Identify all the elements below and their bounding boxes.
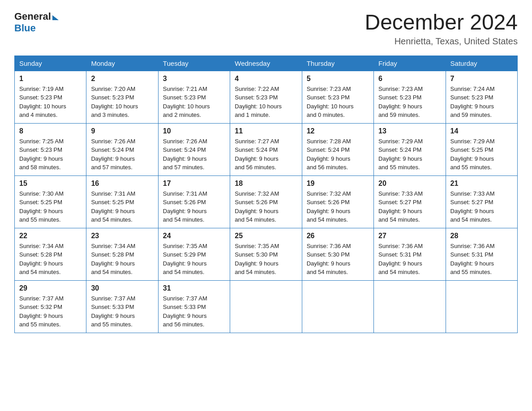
logo: General Blue	[14, 11, 59, 34]
day-info: Sunrise: 7:23 AMSunset: 5:23 PMDaylight:…	[307, 85, 369, 120]
column-header-saturday: Saturday	[446, 56, 517, 71]
day-number: 19	[307, 180, 369, 188]
day-info: Sunrise: 7:25 AMSunset: 5:23 PMDaylight:…	[19, 137, 82, 172]
day-number: 14	[450, 127, 513, 135]
day-info: Sunrise: 7:33 AMSunset: 5:27 PMDaylight:…	[378, 189, 441, 224]
calendar-day-cell	[302, 280, 373, 333]
calendar-day-cell: 20Sunrise: 7:33 AMSunset: 5:27 PMDayligh…	[374, 176, 446, 228]
day-info: Sunrise: 7:30 AMSunset: 5:25 PMDaylight:…	[19, 189, 82, 224]
day-number: 16	[91, 180, 153, 188]
calendar-day-cell: 13Sunrise: 7:29 AMSunset: 5:24 PMDayligh…	[374, 123, 446, 176]
calendar-day-cell: 26Sunrise: 7:36 AMSunset: 5:30 PMDayligh…	[302, 228, 373, 280]
day-number: 10	[163, 127, 225, 135]
day-info: Sunrise: 7:34 AMSunset: 5:28 PMDaylight:…	[91, 242, 153, 277]
column-header-sunday: Sunday	[15, 56, 86, 71]
logo-blue-text: Blue	[14, 22, 36, 34]
calendar-day-cell: 16Sunrise: 7:31 AMSunset: 5:25 PMDayligh…	[86, 176, 158, 228]
day-number: 27	[378, 232, 441, 240]
calendar-day-cell: 27Sunrise: 7:36 AMSunset: 5:31 PMDayligh…	[374, 228, 446, 280]
calendar-day-cell: 10Sunrise: 7:26 AMSunset: 5:24 PMDayligh…	[158, 123, 230, 176]
column-header-friday: Friday	[374, 56, 446, 71]
day-number: 23	[91, 232, 153, 240]
page-header: General Blue December 2024 Henrietta, Te…	[14, 11, 518, 47]
day-number: 15	[19, 180, 82, 188]
day-info: Sunrise: 7:26 AMSunset: 5:24 PMDaylight:…	[163, 137, 225, 172]
calendar-day-cell: 3Sunrise: 7:21 AMSunset: 5:23 PMDaylight…	[158, 71, 230, 123]
day-number: 1	[19, 75, 82, 83]
day-info: Sunrise: 7:32 AMSunset: 5:26 PMDaylight:…	[235, 189, 297, 224]
column-header-tuesday: Tuesday	[158, 56, 230, 71]
day-number: 13	[378, 127, 441, 135]
day-number: 5	[307, 75, 369, 83]
calendar-header-row: SundayMondayTuesdayWednesdayThursdayFrid…	[15, 56, 518, 71]
calendar-week-row: 29Sunrise: 7:37 AMSunset: 5:32 PMDayligh…	[15, 280, 518, 333]
day-number: 28	[450, 232, 513, 240]
day-number: 18	[235, 180, 297, 188]
day-info: Sunrise: 7:31 AMSunset: 5:26 PMDaylight:…	[163, 189, 225, 224]
day-info: Sunrise: 7:22 AMSunset: 5:23 PMDaylight:…	[235, 85, 297, 120]
calendar-day-cell: 19Sunrise: 7:32 AMSunset: 5:26 PMDayligh…	[302, 176, 373, 228]
day-number: 30	[91, 284, 153, 292]
calendar-day-cell: 24Sunrise: 7:35 AMSunset: 5:29 PMDayligh…	[158, 228, 230, 280]
day-number: 8	[19, 127, 82, 135]
day-info: Sunrise: 7:37 AMSunset: 5:32 PMDaylight:…	[19, 294, 82, 329]
day-info: Sunrise: 7:32 AMSunset: 5:26 PMDaylight:…	[307, 189, 369, 224]
calendar-week-row: 15Sunrise: 7:30 AMSunset: 5:25 PMDayligh…	[15, 176, 518, 228]
day-number: 4	[235, 75, 297, 83]
day-number: 2	[91, 75, 153, 83]
calendar-day-cell: 9Sunrise: 7:26 AMSunset: 5:24 PMDaylight…	[86, 123, 158, 176]
day-info: Sunrise: 7:35 AMSunset: 5:30 PMDaylight:…	[235, 242, 297, 277]
day-info: Sunrise: 7:28 AMSunset: 5:24 PMDaylight:…	[307, 137, 369, 172]
day-info: Sunrise: 7:31 AMSunset: 5:25 PMDaylight:…	[91, 189, 153, 224]
day-number: 26	[307, 232, 369, 240]
day-number: 21	[450, 180, 513, 188]
calendar-day-cell: 1Sunrise: 7:19 AMSunset: 5:23 PMDaylight…	[15, 71, 86, 123]
calendar-day-cell: 23Sunrise: 7:34 AMSunset: 5:28 PMDayligh…	[86, 228, 158, 280]
day-info: Sunrise: 7:23 AMSunset: 5:23 PMDaylight:…	[378, 85, 441, 120]
day-number: 24	[163, 232, 225, 240]
logo-arrow-icon	[52, 15, 59, 20]
day-info: Sunrise: 7:33 AMSunset: 5:27 PMDaylight:…	[450, 189, 513, 224]
calendar-day-cell: 8Sunrise: 7:25 AMSunset: 5:23 PMDaylight…	[15, 123, 86, 176]
calendar-week-row: 1Sunrise: 7:19 AMSunset: 5:23 PMDaylight…	[15, 71, 518, 123]
page-title: December 2024	[365, 11, 518, 34]
day-number: 12	[307, 127, 369, 135]
calendar-day-cell: 28Sunrise: 7:36 AMSunset: 5:31 PMDayligh…	[446, 228, 517, 280]
day-info: Sunrise: 7:20 AMSunset: 5:23 PMDaylight:…	[91, 85, 153, 120]
calendar-day-cell: 18Sunrise: 7:32 AMSunset: 5:26 PMDayligh…	[230, 176, 302, 228]
day-info: Sunrise: 7:27 AMSunset: 5:24 PMDaylight:…	[235, 137, 297, 172]
day-info: Sunrise: 7:24 AMSunset: 5:23 PMDaylight:…	[450, 85, 513, 120]
calendar-week-row: 22Sunrise: 7:34 AMSunset: 5:28 PMDayligh…	[15, 228, 518, 280]
day-info: Sunrise: 7:26 AMSunset: 5:24 PMDaylight:…	[91, 137, 153, 172]
day-info: Sunrise: 7:36 AMSunset: 5:31 PMDaylight:…	[450, 242, 513, 277]
calendar-week-row: 8Sunrise: 7:25 AMSunset: 5:23 PMDaylight…	[15, 123, 518, 176]
calendar-day-cell: 21Sunrise: 7:33 AMSunset: 5:27 PMDayligh…	[446, 176, 517, 228]
day-number: 31	[163, 284, 225, 292]
day-info: Sunrise: 7:34 AMSunset: 5:28 PMDaylight:…	[19, 242, 82, 277]
calendar-day-cell: 7Sunrise: 7:24 AMSunset: 5:23 PMDaylight…	[446, 71, 517, 123]
day-number: 11	[235, 127, 297, 135]
calendar-day-cell: 15Sunrise: 7:30 AMSunset: 5:25 PMDayligh…	[15, 176, 86, 228]
calendar-day-cell: 5Sunrise: 7:23 AMSunset: 5:23 PMDaylight…	[302, 71, 373, 123]
calendar-day-cell: 29Sunrise: 7:37 AMSunset: 5:32 PMDayligh…	[15, 280, 86, 333]
day-number: 29	[19, 284, 82, 292]
calendar-day-cell: 31Sunrise: 7:37 AMSunset: 5:33 PMDayligh…	[158, 280, 230, 333]
calendar-day-cell: 12Sunrise: 7:28 AMSunset: 5:24 PMDayligh…	[302, 123, 373, 176]
day-number: 9	[91, 127, 153, 135]
calendar-day-cell	[446, 280, 517, 333]
day-number: 17	[163, 180, 225, 188]
calendar-day-cell: 22Sunrise: 7:34 AMSunset: 5:28 PMDayligh…	[15, 228, 86, 280]
day-info: Sunrise: 7:19 AMSunset: 5:23 PMDaylight:…	[19, 85, 82, 120]
day-info: Sunrise: 7:36 AMSunset: 5:30 PMDaylight:…	[307, 242, 369, 277]
day-info: Sunrise: 7:29 AMSunset: 5:25 PMDaylight:…	[450, 137, 513, 172]
day-info: Sunrise: 7:21 AMSunset: 5:23 PMDaylight:…	[163, 85, 225, 120]
calendar-table: SundayMondayTuesdayWednesdayThursdayFrid…	[14, 56, 518, 333]
calendar-day-cell: 14Sunrise: 7:29 AMSunset: 5:25 PMDayligh…	[446, 123, 517, 176]
calendar-day-cell: 4Sunrise: 7:22 AMSunset: 5:23 PMDaylight…	[230, 71, 302, 123]
day-number: 20	[378, 180, 441, 188]
calendar-day-cell: 2Sunrise: 7:20 AMSunset: 5:23 PMDaylight…	[86, 71, 158, 123]
day-info: Sunrise: 7:37 AMSunset: 5:33 PMDaylight:…	[163, 294, 225, 329]
day-number: 25	[235, 232, 297, 240]
calendar-day-cell	[230, 280, 302, 333]
column-header-wednesday: Wednesday	[230, 56, 302, 71]
